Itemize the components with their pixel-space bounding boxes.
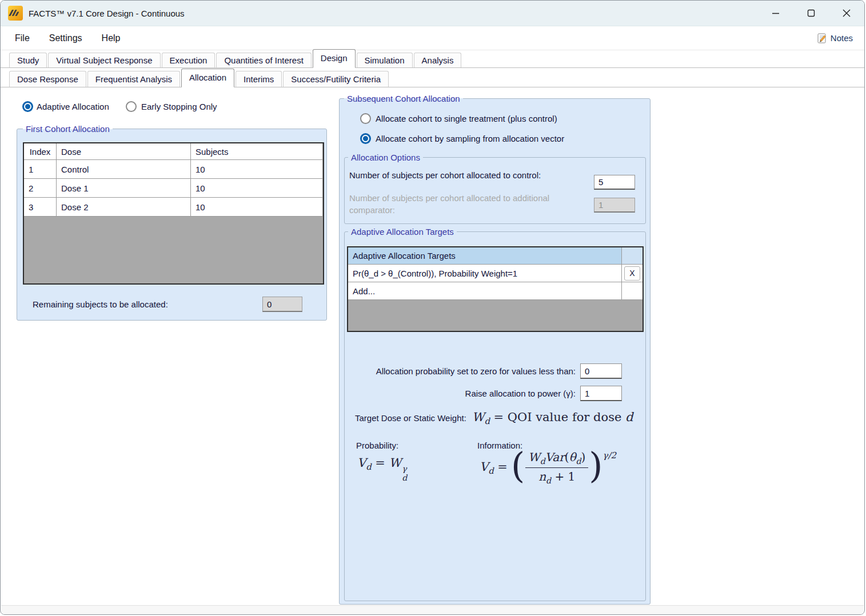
tab-frequentist-analysis[interactable]: Frequentist Analysis [87, 71, 180, 87]
table-cell-subjects[interactable]: 10 [191, 179, 323, 198]
targets-table-header-corner [621, 247, 642, 265]
open-paren: ( [511, 451, 525, 481]
tab-allocation[interactable]: Allocation [181, 69, 234, 87]
menu-file[interactable]: File [15, 33, 30, 43]
zero-threshold-label: Allocation probability set to zero for v… [345, 366, 576, 376]
first-cohort-table: Index Dose Subjects 1 Control 10 2 Dose … [23, 142, 324, 285]
table-cell-subjects[interactable]: 10 [191, 160, 323, 179]
table-cell-index[interactable]: 2 [24, 179, 57, 198]
column-header-dose: Dose [57, 143, 191, 160]
tab-study[interactable]: Study [9, 53, 47, 67]
power-gamma-label: Raise allocation to power (γ): [345, 389, 576, 398]
tab-design[interactable]: Design [313, 49, 356, 68]
adaptive-allocation-radio-label[interactable]: Adaptive Allocation [37, 102, 109, 111]
add-target-row[interactable]: Add... [348, 282, 621, 300]
early-stopping-only-radio-label[interactable]: Early Stopping Only [141, 102, 217, 111]
title-bar: FACTS™ v7.1 Core Design - Continuous [1, 1, 864, 26]
target-weight-label: Target Dose or Static Weight: [355, 413, 466, 423]
table-cell-dose[interactable]: Dose 1 [57, 179, 191, 198]
table-cell-subjects[interactable]: 10 [191, 198, 323, 217]
table-empty-area [348, 300, 642, 331]
close-icon [843, 9, 851, 17]
add-target-row-actions [621, 282, 642, 300]
control-subjects-input[interactable] [594, 175, 635, 190]
sampling-vector-radio[interactable] [360, 133, 371, 144]
target-weight-row: Target Dose or Static Weight: Wd = QOI v… [355, 410, 633, 426]
minimize-button[interactable] [758, 1, 793, 26]
adaptive-targets-table: Adaptive Allocation Targets Pr(θ_d > θ_(… [347, 246, 644, 332]
table-cell-index[interactable]: 1 [24, 160, 57, 179]
table-cell-index[interactable]: 3 [24, 198, 57, 217]
window-bottom-edge [1, 605, 864, 615]
maximize-icon [807, 9, 815, 17]
close-button[interactable] [829, 1, 864, 26]
menu-help[interactable]: Help [102, 33, 121, 43]
allocation-options-group-title: Allocation Options [348, 152, 423, 163]
allocation-options-group: Allocation Options Number of subjects pe… [344, 157, 646, 224]
adaptive-allocation-targets-group-title: Adaptive Allocation Targets [348, 226, 457, 237]
remaining-subjects-label: Remaining subjects to be allocated: [33, 299, 168, 309]
comparator-subjects-label: Number of subjects per cohort allocated … [349, 192, 572, 216]
comparator-subjects-input [594, 198, 635, 213]
column-header-subjects: Subjects [191, 143, 323, 160]
probability-label: Probability: [356, 441, 398, 450]
app-window: FACTS™ v7.1 Core Design - Continuous Fil… [0, 0, 865, 615]
adaptive-allocation-radio[interactable] [22, 101, 33, 112]
first-cohort-allocation-group-title: First Cohort Allocation [23, 123, 113, 134]
app-logo-icon [8, 6, 23, 21]
power-gamma-input[interactable] [580, 386, 622, 401]
first-cohort-allocation-group: First Cohort Allocation Index Dose Subje… [17, 129, 327, 321]
adaptive-allocation-targets-group: Adaptive Allocation Targets Adaptive All… [344, 231, 646, 601]
target-row[interactable]: Pr(θ_d > θ_(Control)), Probability Weigh… [348, 265, 621, 282]
subsequent-cohort-allocation-group-title: Subsequent Cohort Allocation [344, 93, 463, 104]
column-header-index: Index [24, 143, 57, 160]
notes-icon [816, 33, 828, 44]
remove-target-button[interactable]: X [624, 266, 640, 281]
allocation-page: Adaptive Allocation Early Stopping Only … [1, 1, 864, 614]
main-tab-strip: Study Virtual Subject Response Execution… [1, 50, 864, 68]
table-cell-dose[interactable]: Control [57, 160, 191, 179]
minimize-icon [772, 9, 780, 17]
early-stopping-only-radio[interactable] [126, 101, 137, 112]
menu-bar: File Settings Help Notes [1, 26, 864, 50]
table-cell-dose[interactable]: Dose 2 [57, 198, 191, 217]
notes-button[interactable]: Notes [816, 33, 853, 44]
single-treatment-radio-label[interactable]: Allocate cohort to single treatment (plu… [376, 114, 557, 123]
tab-virtual-subject-response[interactable]: Virtual Subject Response [48, 53, 160, 67]
tab-dose-response[interactable]: Dose Response [9, 71, 86, 87]
maximize-button[interactable] [793, 1, 829, 26]
close-paren: ) [589, 451, 602, 481]
formula-target-weight: Wd = QOI value for dose d [472, 410, 633, 426]
menu-settings[interactable]: Settings [49, 33, 82, 43]
single-treatment-radio[interactable] [360, 113, 371, 124]
sampling-vector-radio-label[interactable]: Allocate cohort by sampling from allocat… [376, 134, 564, 143]
remaining-subjects-input [262, 297, 302, 312]
window-title: FACTS™ v7.1 Core Design - Continuous [29, 9, 185, 18]
table-empty-area [24, 217, 323, 283]
target-row-actions: X [621, 265, 642, 282]
control-subjects-label: Number of subjects per cohort allocated … [349, 170, 541, 180]
tab-success-futility-criteria[interactable]: Success/Futility Criteria [283, 71, 389, 87]
sub-tab-strip: Dose Response Frequentist Analysis Alloc… [1, 68, 864, 87]
formula-information: Vd = ( WdVar(θd) nd + 1 ) γ/2 [480, 450, 616, 485]
tab-analysis[interactable]: Analysis [414, 53, 462, 67]
notes-label: Notes [831, 33, 853, 43]
formula-probability: Vd = Wγd [357, 456, 407, 482]
zero-threshold-input[interactable] [580, 363, 622, 379]
tab-quantities-of-interest[interactable]: Quantities of Interest [216, 53, 311, 67]
tab-interims[interactable]: Interims [236, 71, 282, 87]
targets-table-header: Adaptive Allocation Targets [348, 247, 621, 265]
tab-simulation[interactable]: Simulation [357, 53, 413, 67]
tab-execution[interactable]: Execution [162, 53, 215, 67]
subsequent-cohort-allocation-group: Subsequent Cohort Allocation Allocate co… [339, 98, 651, 605]
